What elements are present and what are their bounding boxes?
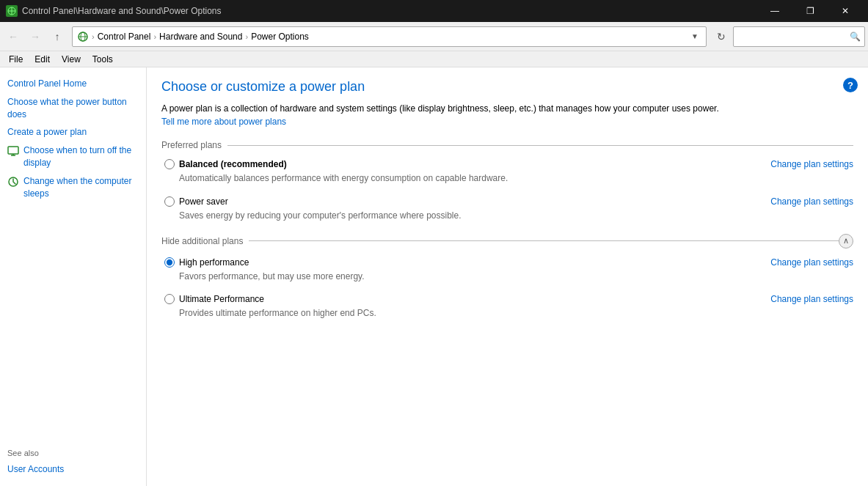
plan-balanced-name: Balanced (recommended) [179, 159, 770, 169]
menu-edit[interactable]: Edit [29, 53, 56, 66]
breadcrumb-power: Power Options [251, 32, 309, 42]
preferred-plans-divider: Preferred plans [161, 140, 853, 150]
close-button[interactable]: ✕ [828, 0, 862, 22]
additional-plans-divider: Hide additional plans ∧ [161, 234, 853, 248]
change-plan-power-saver-link[interactable]: Change plan settings [770, 196, 853, 207]
change-plan-ultimate-link[interactable]: Change plan settings [770, 294, 853, 304]
plan-high-performance-name: High performance [179, 257, 770, 268]
content-area: ? Choose or customize a power plan A pow… [147, 67, 868, 486]
svg-rect-7 [8, 147, 18, 154]
sidebar-item-power-button[interactable]: Choose what the power button does [0, 93, 146, 124]
menu-file[interactable]: File [3, 53, 29, 66]
plan-power-saver-desc: Saves energy by reducing your computer's… [179, 210, 853, 222]
menu-tools[interactable]: Tools [87, 53, 119, 66]
divider-line [227, 145, 853, 146]
menu-view[interactable]: View [56, 53, 87, 66]
title-bar: Control Panel\Hardware and Sound\Power O… [0, 0, 868, 22]
forward-button[interactable]: → [25, 26, 45, 47]
page-description: A power plan is a collection of hardware… [161, 102, 734, 128]
sidebar-item-display-off[interactable]: Choose when to turn off the display [0, 141, 146, 172]
page-heading: Choose or customize a power plan [161, 79, 853, 95]
sidebar-item-control-panel-home[interactable]: Control Panel Home [0, 75, 146, 93]
plan-balanced-desc: Automatically balances performance with … [179, 172, 853, 185]
back-button[interactable]: ← [3, 26, 23, 47]
change-plan-balanced-link[interactable]: Change plan settings [770, 159, 853, 169]
search-icon: 🔍 [850, 32, 861, 42]
see-also-label: See also [0, 437, 146, 460]
menu-bar: File Edit View Tools [0, 51, 868, 67]
plan-ultimate-radio[interactable] [164, 294, 175, 304]
learn-more-link[interactable]: Tell me more about power plans [161, 117, 286, 127]
breadcrumb-hardware[interactable]: Hardware and Sound [159, 32, 242, 42]
window-controls: — ❐ ✕ [758, 0, 862, 22]
plan-balanced-radio[interactable] [164, 159, 175, 169]
preferred-plans-label: Preferred plans [161, 140, 222, 150]
address-path: › Control Panel › Hardware and Sound › P… [72, 26, 707, 47]
window-title: Control Panel\Hardware and Sound\Power O… [22, 6, 758, 16]
collapse-button[interactable]: ∧ [839, 234, 853, 248]
monitor-icon [7, 145, 19, 157]
plan-high-performance: High performance Change plan settings Fa… [161, 257, 853, 283]
plan-ultimate-name: Ultimate Performance [179, 294, 770, 304]
app-icon [6, 5, 18, 17]
search-wrap: 🔍 [733, 26, 865, 47]
sidebar-item-sleep[interactable]: Change when the computer sleeps [0, 172, 146, 203]
sleep-icon [7, 176, 19, 188]
plan-balanced: Balanced (recommended) Change plan setti… [161, 159, 853, 185]
breadcrumb-control-panel[interactable]: Control Panel [98, 32, 151, 42]
additional-divider-line [249, 240, 839, 241]
address-bar: ← → ↑ › Control Panel › Hardware and Sou… [0, 22, 868, 51]
plan-power-saver-radio[interactable] [164, 196, 175, 207]
sidebar: Control Panel Home Choose what the power… [0, 67, 147, 486]
sidebar-item-user-accounts[interactable]: User Accounts [0, 460, 146, 479]
plan-power-saver-name: Power saver [179, 196, 770, 207]
plan-ultimate: Ultimate Performance Change plan setting… [161, 294, 853, 320]
additional-plans-label: Hide additional plans [161, 236, 243, 246]
search-input[interactable] [733, 26, 865, 47]
globe-icon [77, 31, 89, 43]
main-content: Control Panel Home Choose what the power… [0, 67, 868, 486]
maximize-button[interactable]: ❐ [793, 0, 827, 22]
address-dropdown-arrow[interactable]: ▼ [688, 32, 701, 40]
plan-ultimate-desc: Provides ultimate performance on higher … [179, 307, 853, 320]
sidebar-item-create-plan[interactable]: Create a power plan [0, 123, 146, 141]
minimize-button[interactable]: — [758, 0, 792, 22]
help-icon[interactable]: ? [843, 78, 858, 92]
refresh-button[interactable]: ↻ [711, 26, 732, 47]
plan-power-saver: Power saver Change plan settings Saves e… [161, 196, 853, 222]
plan-high-performance-radio[interactable] [164, 257, 175, 268]
up-button[interactable]: ↑ [47, 26, 68, 47]
plan-high-performance-desc: Favors performance, but may use more ene… [179, 270, 853, 283]
change-plan-high-performance-link[interactable]: Change plan settings [770, 257, 853, 268]
